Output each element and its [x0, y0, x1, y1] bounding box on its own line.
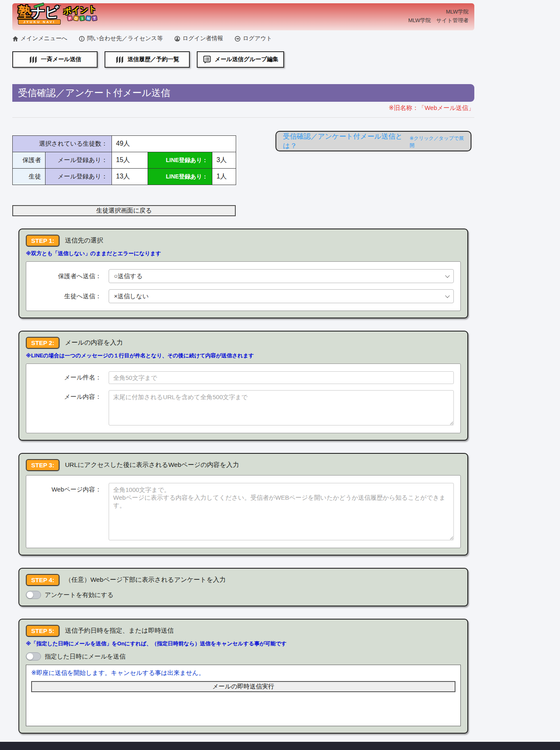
line-registered-value: 3人: [212, 152, 236, 169]
logo-kanji: 塾: [18, 4, 31, 20]
point-tiles: P O I N T: [67, 16, 97, 21]
logo-wordmark: 塾ナビ™ JYUKU NAVI: [18, 5, 61, 25]
immediate-send-panel: ※即座に送信を開始します。キャンセルする事は出来ません。 メールの即時送信実行: [26, 665, 461, 726]
selected-option: ×送信しない: [114, 293, 149, 300]
logout-icon: [234, 36, 241, 42]
toolbar-label: メール送信グループ編集: [215, 56, 279, 63]
step1-badge: STEP 1:: [26, 235, 59, 247]
step5-badge: STEP 5:: [26, 625, 59, 637]
table-row: 生徒 メール登録あり： 13人 LINE登録あり： 1人: [13, 169, 236, 185]
table-row: 選択されている生徒数： 49人: [13, 136, 236, 152]
books-icon: [115, 55, 124, 64]
step1-panel: 保護者へ送信： ○送信する 生徒へ送信： ×送信しない: [26, 261, 461, 311]
selected-option: ○送信する: [114, 272, 143, 280]
mail-registered-value: 15人: [112, 152, 148, 169]
group-label: 生徒: [13, 169, 46, 185]
books-icon: [29, 55, 38, 64]
summary-area: 選択されている生徒数： 49人 保護者 メール登録あり： 15人 LINE登録あ…: [12, 135, 474, 205]
selected-count-label: 選択されている生徒数：: [13, 136, 112, 152]
back-to-student-select-button[interactable]: 生徒選択画面に戻る: [12, 205, 236, 216]
line-registered-label: LINE登録あり：: [148, 152, 212, 169]
guardian-send-select[interactable]: ○送信する: [109, 269, 454, 283]
nav-main-menu[interactable]: メインメニューへ: [12, 35, 67, 42]
nav-login-info[interactable]: ログイン者情報: [174, 35, 223, 42]
tile-o: O: [73, 15, 79, 21]
mail-group-edit-button[interactable]: メール送信グループ編集: [197, 51, 284, 68]
step2-title: メールの内容を入力: [65, 338, 123, 347]
step5-section: STEP 5: 送信予約日時を指定、または即時送信 ※「指定した日時にメールを送…: [18, 619, 468, 734]
home-icon: [12, 36, 18, 42]
immediate-send-note: ※即座に送信を開始します。キャンセルする事は出来ません。: [31, 669, 455, 677]
line-registered-label: LINE登録あり：: [148, 169, 212, 185]
step3-section: STEP 3: URLにアクセスした後に表示されるWebページの内容を入力 We…: [18, 453, 468, 556]
student-send-select[interactable]: ×送信しない: [109, 289, 454, 303]
page-title: 受信確認／アンケート付メール送信: [18, 87, 170, 99]
step4-section: STEP 4: （任意）Webページ下部に表示されるアンケートを入力 アンケート…: [18, 568, 468, 606]
toolbar-label: 一斉メール送信: [41, 56, 82, 63]
step1-section: STEP 1: 送信先の選択 ※双方とも「送信しない」のままだとエラーになります…: [18, 229, 468, 318]
info-icon: [79, 36, 85, 42]
mail-body-label: メール内容：: [33, 393, 109, 401]
step1-note: ※双方とも「送信しない」のままだとエラーになります: [26, 250, 461, 257]
table-row: 保護者 メール登録あり： 15人 LINE登録あり： 3人: [13, 152, 236, 169]
line-registered-value: 1人: [212, 169, 236, 185]
step2-note: ※LINEの場合は一つのメッセージの１行目が件名となり、その後に続けて内容が送信…: [26, 352, 461, 359]
mail-registered-label: メール登録あり：: [46, 152, 112, 169]
bulk-mail-button[interactable]: 一斉メール送信: [12, 51, 98, 68]
divider: [12, 117, 474, 118]
webpage-content-textarea[interactable]: [109, 483, 454, 540]
step1-title: 送信先の選択: [65, 236, 103, 245]
memo-icon: [203, 55, 212, 64]
step2-section: STEP 2: メールの内容を入力 ※LINEの場合は一つのメッセージの１行目が…: [18, 331, 468, 441]
logo-point-text: ポイント: [63, 5, 97, 15]
help-hint: ※クリック／タップで展開: [410, 135, 464, 149]
old-name-note: ※旧名称：「Webメール送信」: [12, 104, 474, 112]
tile-t: T: [91, 15, 98, 21]
step3-badge: STEP 3:: [26, 459, 59, 471]
step4-badge: STEP 4:: [26, 574, 59, 586]
selected-count-value: 49人: [112, 136, 236, 152]
page-title-bar: 受信確認／アンケート付メール送信: [12, 84, 474, 102]
nav-logout[interactable]: ログアウト: [234, 35, 272, 42]
nav-label: ログアウト: [243, 35, 272, 42]
group-label: 保護者: [13, 152, 46, 169]
page-content: 塾ナビ™ JYUKU NAVI ポイント P O I N T MLW学院 MLW…: [12, 3, 474, 734]
chevron-down-icon: [445, 273, 450, 278]
nav-label: ログイン者情報: [182, 35, 223, 42]
webpage-content-label: Webページ内容：: [33, 486, 109, 494]
mail-subject-input[interactable]: [109, 371, 454, 384]
enable-survey-label: アンケートを有効にする: [45, 591, 114, 599]
student-send-label: 生徒へ送信：: [33, 293, 109, 300]
nav-label: 問い合わせ先／ライセンス等: [87, 35, 163, 42]
mail-subject-label: メール件名：: [33, 374, 109, 382]
page-footer: [0, 742, 560, 750]
tile-p: P: [67, 15, 73, 21]
logo-subtitle: JYUKU NAVI: [18, 19, 61, 25]
step3-panel: Webページ内容：: [26, 475, 461, 548]
chevron-down-icon: [445, 293, 450, 298]
scheduled-send-toggle[interactable]: [26, 652, 41, 661]
mail-registered-label: メール登録あり：: [46, 169, 112, 185]
scheduled-send-label: 指定した日時にメールを送信: [45, 653, 125, 661]
logo-trademark: ™: [58, 5, 61, 8]
login-user: MLW学院 サイト管理者: [408, 16, 469, 25]
guardian-send-label: 保護者へ送信：: [33, 272, 109, 280]
mail-registered-value: 13人: [112, 169, 148, 185]
tile-i: I: [79, 15, 85, 21]
history-reservation-button[interactable]: 送信履歴／予約一覧: [105, 51, 190, 68]
nav-label: メインメニューへ: [20, 35, 67, 42]
help-title: 受信確認／アンケート付メール送信とは？: [283, 132, 406, 151]
top-nav: メインメニューへ 問い合わせ先／ライセンス等 ログイン者情報 ログアウト: [12, 35, 474, 42]
step2-panel: メール件名： メール内容：: [26, 364, 461, 433]
help-expander[interactable]: 受信確認／アンケート付メール送信とは？ ※クリック／タップで展開: [275, 131, 471, 151]
toolbar: 一斉メール送信 送信履歴／予約一覧 メール送信グループ編集: [12, 51, 474, 68]
step5-note: ※「指定した日時にメールを送信」をOnにすれば、（指定日時前なら）送信をキャンセ…: [26, 640, 461, 647]
enable-survey-toggle[interactable]: [26, 591, 41, 599]
mail-body-textarea[interactable]: [109, 390, 454, 425]
nav-contact-license[interactable]: 問い合わせ先／ライセンス等: [79, 35, 163, 42]
school-name: MLW学院: [408, 7, 469, 16]
send-now-button[interactable]: メールの即時送信実行: [31, 681, 455, 692]
login-info: MLW学院 MLW学院 サイト管理者: [408, 7, 469, 25]
logo-point-block: ポイント P O I N T: [63, 6, 97, 21]
app-logo[interactable]: 塾ナビ™ JYUKU NAVI ポイント P O I N T: [18, 5, 97, 25]
